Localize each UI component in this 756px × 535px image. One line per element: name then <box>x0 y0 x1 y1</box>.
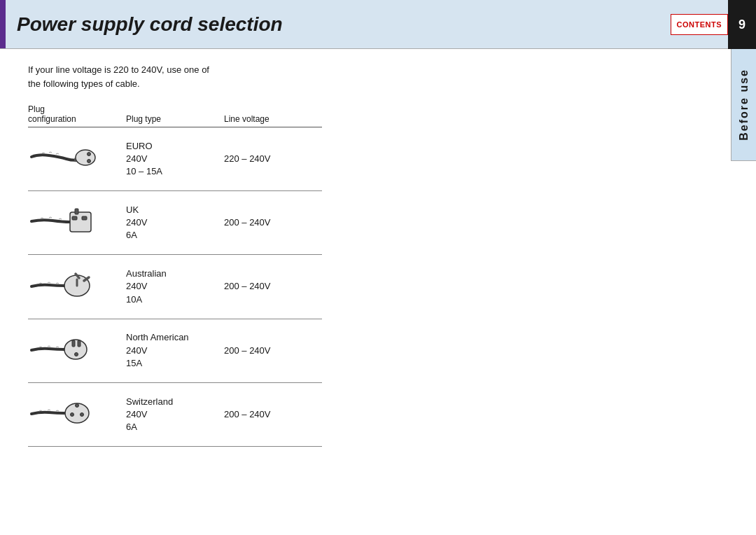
svg-point-1 <box>88 153 91 156</box>
contents-button[interactable]: CONTENTS <box>671 14 729 35</box>
euro-plug-icon <box>28 134 98 180</box>
plug-type-uk: UK240V6A <box>126 191 224 255</box>
page-header: Power supply cord selection CONTENTS 9 <box>0 0 756 49</box>
col-header-config: Plugconfiguration <box>28 104 126 127</box>
voltage-uk: 200 – 240V <box>224 191 322 255</box>
col-header-type: Plug type <box>126 104 224 127</box>
north-american-plug-icon <box>28 326 98 372</box>
plug-type-australian: Australian240V10A <box>126 255 224 319</box>
plug-image-uk <box>28 191 126 255</box>
page-number: 9 <box>728 0 756 49</box>
header-right-area: CONTENTS <box>671 0 729 48</box>
svg-rect-13 <box>78 340 80 347</box>
switzerland-plug-icon <box>28 390 98 436</box>
uk-plug-icon <box>28 198 98 244</box>
svg-point-2 <box>88 160 91 163</box>
svg-point-0 <box>76 150 95 165</box>
col-header-voltage: Line voltage <box>224 104 322 127</box>
voltage-switzerland: 200 – 240V <box>224 382 322 446</box>
voltage-euro: 220 – 240V <box>224 127 322 191</box>
before-use-tab: Before use <box>731 49 756 161</box>
side-tab-label: Before use <box>738 69 750 141</box>
plug-table: Plugconfiguration Plug type Line voltage <box>28 104 322 447</box>
plug-type-north-american: North American240V15A <box>126 319 224 382</box>
plug-image-north-american <box>28 319 126 382</box>
voltage-australian: 200 – 240V <box>224 255 322 319</box>
header-title-area: Power supply cord selection <box>6 0 671 48</box>
svg-rect-4 <box>75 209 78 214</box>
table-row: Switzerland240V6A 200 – 240V <box>28 382 322 446</box>
plug-type-switzerland: Switzerland240V6A <box>126 382 224 446</box>
svg-point-18 <box>80 412 84 416</box>
svg-point-14 <box>75 352 78 356</box>
table-row: Australian240V10A 200 – 240V <box>28 255 322 319</box>
svg-rect-3 <box>70 212 91 232</box>
page-title: Power supply cord selection <box>17 13 283 36</box>
intro-paragraph: If your line voltage is 220 to 240V, use… <box>28 63 686 90</box>
plug-image-euro <box>28 127 126 191</box>
svg-rect-6 <box>82 216 87 220</box>
header-accent <box>0 0 6 48</box>
plug-type-euro: EURO240V10 – 15A <box>126 127 224 191</box>
plug-image-switzerland <box>28 382 126 446</box>
voltage-north-american: 200 – 240V <box>224 319 322 382</box>
svg-point-17 <box>71 412 74 416</box>
svg-point-16 <box>76 403 79 407</box>
main-content: If your line voltage is 220 to 240V, use… <box>0 49 728 461</box>
table-row: UK240V6A 200 – 240V <box>28 191 322 255</box>
table-row: EURO240V10 – 15A 220 – 240V <box>28 127 322 191</box>
svg-rect-5 <box>72 216 77 220</box>
plug-image-australian <box>28 255 126 319</box>
svg-rect-12 <box>72 340 75 347</box>
australian-plug-icon <box>28 262 98 307</box>
table-row: North American240V15A 200 – 240V <box>28 319 322 382</box>
